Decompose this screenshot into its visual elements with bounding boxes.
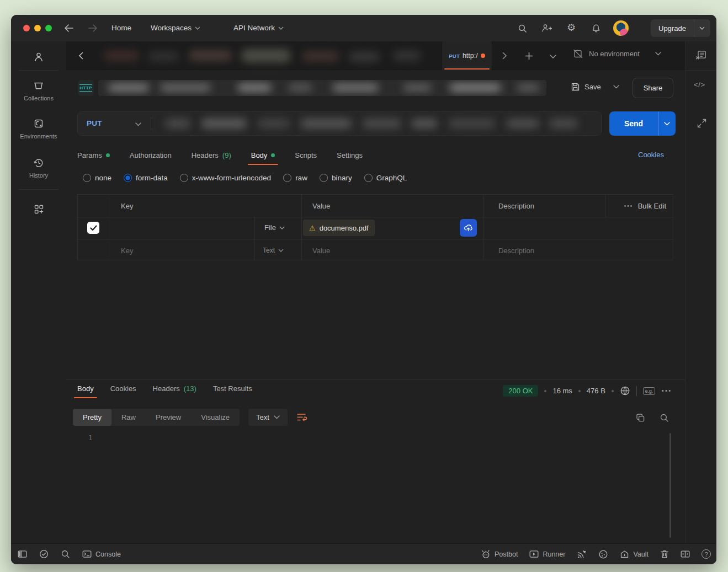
request-name-blurred[interactable] bbox=[98, 80, 546, 96]
minimize-window-button[interactable] bbox=[34, 25, 41, 31]
row-type-dropdown-text[interactable]: Text bbox=[263, 247, 284, 254]
response-tab-body[interactable]: Body bbox=[77, 384, 94, 394]
response-tab-test-results[interactable]: Test Results bbox=[213, 384, 252, 394]
nav-home[interactable]: Home bbox=[111, 24, 131, 32]
find-icon[interactable] bbox=[61, 549, 70, 559]
upload-file-button[interactable] bbox=[460, 219, 477, 237]
response-more-options-icon[interactable] bbox=[661, 389, 671, 392]
view-mode-preview[interactable]: Preview bbox=[146, 409, 191, 426]
trash-icon[interactable] bbox=[660, 549, 669, 559]
avatar[interactable] bbox=[613, 20, 629, 36]
back-icon[interactable] bbox=[61, 20, 76, 36]
postbot-button[interactable]: Postbot bbox=[481, 549, 518, 559]
row-description-input[interactable] bbox=[489, 221, 599, 234]
upgrade-chevron[interactable] bbox=[694, 19, 710, 37]
tab-headers[interactable]: Headers(9) bbox=[192, 151, 231, 161]
toggle-sidebar-icon[interactable] bbox=[18, 550, 27, 558]
response-tab-headers[interactable]: Headers(13) bbox=[153, 384, 196, 394]
help-icon[interactable]: ? bbox=[702, 549, 711, 559]
network-globe-icon[interactable] bbox=[620, 386, 630, 396]
vault-button[interactable]: Vault bbox=[620, 550, 649, 559]
search-in-body-icon[interactable] bbox=[660, 413, 669, 423]
forward-icon[interactable] bbox=[85, 20, 100, 36]
blurred-tab[interactable] bbox=[349, 52, 380, 61]
environment-selector[interactable]: No environment bbox=[573, 49, 661, 58]
save-control[interactable]: Save bbox=[571, 82, 619, 92]
radio-none[interactable]: none bbox=[83, 174, 111, 182]
maximize-window-button[interactable] bbox=[45, 25, 52, 31]
scroll-tabs-left-icon[interactable] bbox=[73, 48, 88, 63]
response-scrollbar[interactable] bbox=[669, 433, 671, 538]
send-options-chevron[interactable] bbox=[658, 111, 676, 136]
bulk-edit-button[interactable]: Bulk Edit bbox=[638, 202, 666, 210]
response-tab-cookies[interactable]: Cookies bbox=[110, 384, 136, 394]
radio-graphql[interactable]: GraphQL bbox=[364, 174, 407, 182]
selected-file-chip[interactable]: ⚠ documenso.pdf bbox=[303, 220, 375, 236]
nav-workspaces[interactable]: Workspaces bbox=[151, 24, 200, 32]
blurred-tab[interactable] bbox=[104, 51, 139, 61]
share-button[interactable]: Share bbox=[633, 78, 673, 98]
send-button[interactable]: Send bbox=[609, 111, 676, 136]
close-window-button[interactable] bbox=[23, 25, 30, 31]
tab-settings[interactable]: Settings bbox=[337, 151, 363, 161]
active-request-tab[interactable]: PUT http:/ bbox=[442, 41, 492, 70]
runner-button[interactable]: Runner bbox=[529, 550, 565, 558]
blurred-tab[interactable] bbox=[148, 52, 179, 61]
copy-icon[interactable] bbox=[636, 413, 645, 423]
cookies-icon[interactable] bbox=[598, 549, 608, 559]
response-divider[interactable] bbox=[66, 379, 685, 380]
sidebar-item-environments[interactable]: Environments bbox=[11, 118, 66, 140]
create-new-grid-icon[interactable] bbox=[33, 204, 45, 215]
response-time[interactable]: 16 ms bbox=[552, 387, 572, 395]
description-placeholder[interactable]: Description bbox=[498, 247, 534, 255]
tab-authorization[interactable]: Authorization bbox=[130, 151, 172, 161]
capture-requests-icon[interactable] bbox=[577, 549, 587, 559]
search-icon[interactable] bbox=[514, 20, 530, 36]
radio-x-www-form-urlencoded[interactable]: x-www-form-urlencoded bbox=[180, 174, 271, 182]
save-options-chevron-icon[interactable] bbox=[613, 85, 619, 89]
key-placeholder[interactable]: Key bbox=[121, 247, 133, 255]
more-options-dots-icon[interactable] bbox=[624, 205, 633, 207]
tab-options-chevron-icon[interactable] bbox=[545, 49, 561, 64]
row-key-input[interactable] bbox=[114, 221, 250, 234]
save-as-example-icon[interactable]: e.g. bbox=[643, 387, 655, 395]
response-size[interactable]: 476 B bbox=[587, 387, 605, 395]
two-pane-layout-icon[interactable] bbox=[681, 550, 690, 558]
response-format-dropdown[interactable]: Text bbox=[248, 409, 288, 426]
add-user-icon[interactable] bbox=[539, 20, 554, 36]
sidebar-item-collections[interactable]: Collections bbox=[11, 80, 66, 101]
tab-body[interactable]: Body bbox=[251, 151, 275, 161]
status-code-badge[interactable]: 200 OK bbox=[503, 385, 538, 397]
nav-api-network[interactable]: API Network bbox=[233, 24, 284, 32]
view-mode-pretty[interactable]: Pretty bbox=[73, 409, 111, 426]
status-check-icon[interactable] bbox=[39, 549, 49, 559]
sidebar-item-history[interactable]: History bbox=[11, 157, 66, 179]
wrap-lines-icon[interactable] bbox=[296, 413, 307, 422]
new-tab-plus-icon[interactable] bbox=[521, 48, 536, 63]
settings-gear-icon[interactable]: ⚙ bbox=[564, 20, 579, 35]
cookies-link[interactable]: Cookies bbox=[638, 151, 664, 159]
blurred-tab[interactable] bbox=[189, 50, 232, 61]
radio-form-data[interactable]: form-data bbox=[124, 174, 168, 182]
radio-binary[interactable]: binary bbox=[320, 174, 352, 182]
row-checkbox-checked[interactable] bbox=[87, 222, 99, 234]
view-mode-raw[interactable]: Raw bbox=[111, 409, 146, 426]
console-button[interactable]: Console bbox=[82, 550, 121, 558]
upgrade-button[interactable]: Upgrade bbox=[651, 19, 710, 37]
blurred-tab[interactable] bbox=[393, 51, 421, 61]
url-input[interactable]: PUT bbox=[77, 111, 602, 136]
user-profile-icon[interactable] bbox=[33, 51, 45, 63]
blurred-tab[interactable] bbox=[302, 51, 339, 61]
value-placeholder[interactable]: Value bbox=[312, 247, 330, 255]
tab-params[interactable]: Params bbox=[77, 151, 110, 161]
view-mode-visualize[interactable]: Visualize bbox=[191, 409, 240, 426]
tab-scripts[interactable]: Scripts bbox=[295, 151, 317, 161]
radio-raw[interactable]: raw bbox=[283, 174, 307, 182]
next-tab-chevron-icon[interactable] bbox=[497, 48, 512, 63]
row-type-dropdown-file[interactable]: File bbox=[264, 223, 285, 232]
method-selector[interactable]: PUT bbox=[87, 119, 102, 127]
code-snippet-icon[interactable]: </> bbox=[694, 81, 705, 89]
notifications-bell-icon[interactable] bbox=[588, 20, 604, 36]
blurred-tab[interactable] bbox=[242, 49, 290, 62]
environment-quick-look-icon[interactable] bbox=[693, 47, 709, 63]
